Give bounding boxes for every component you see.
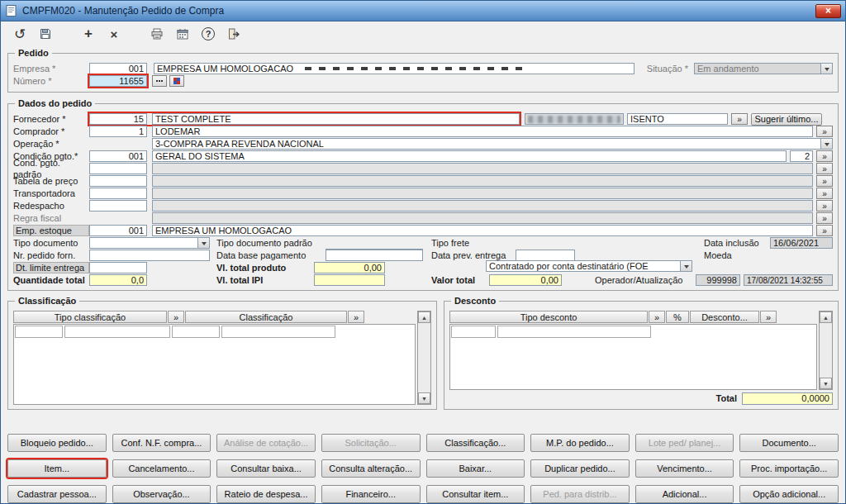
button-proc-importacao[interactable]: Proc. importação... <box>739 459 839 478</box>
exit-icon[interactable] <box>226 26 242 42</box>
lookup-button[interactable] <box>152 75 167 87</box>
classificacao-scrollbar[interactable]: ▲ ▼ <box>417 311 431 405</box>
empresa-name-field[interactable]: EMPRESA UM HOMOLOGACAO <box>154 63 634 74</box>
button-financeiro[interactable]: Financeiro... <box>321 485 421 503</box>
button-analise-cotacao: Análise de cotação... <box>216 434 316 452</box>
vl-total-ipi-field <box>314 274 385 286</box>
button-duplicar-pedido[interactable]: Duplicar pedido... <box>530 459 630 478</box>
operacao-combo[interactable]: 3-COMPRA PARA REVENDA NACIONAL <box>152 138 833 150</box>
classificacao-code-cell[interactable] <box>15 326 63 338</box>
tipo-documento-padrao-label: Tipo documento padrão <box>216 237 324 249</box>
operador-label: Operador/Atualização <box>595 274 692 286</box>
fornecedor-zoom-button[interactable]: » <box>731 113 748 125</box>
cond-pgto-padrao-row: Cond. pgto. padrão » <box>13 163 833 174</box>
button-cadastrar-pessoa[interactable]: Cadastrar pessoa... <box>7 485 107 503</box>
classificacao-code-cell[interactable] <box>172 326 220 338</box>
tabela-preco-name-field <box>152 175 813 187</box>
close-button[interactable]: × <box>815 4 841 18</box>
condicao-pgto-name-field[interactable]: GERAL DO SISTEMA <box>152 150 787 162</box>
help-icon[interactable]: ? <box>200 26 216 42</box>
condicao-pgto-code-field[interactable]: 001 <box>89 150 147 162</box>
condicao-pgto-parcelas-field[interactable]: 2 <box>790 150 813 162</box>
th-tipo-classificacao: Tipo classificação <box>13 311 167 323</box>
add-icon[interactable]: + <box>80 26 97 42</box>
th-classificacao: Classificação <box>185 311 347 323</box>
regra-fiscal-zoom-button[interactable]: » <box>816 212 833 224</box>
scroll-up-icon[interactable]: ▲ <box>418 311 430 323</box>
button-documento[interactable]: Documento... <box>739 434 839 452</box>
empresa-row: Empresa * 001 EMPRESA UM HOMOLOGACAO Sit… <box>13 63 833 74</box>
button-observacao[interactable]: Observação... <box>112 485 212 503</box>
sugerir-ultimo-button[interactable]: Sugerir último... <box>751 113 822 126</box>
condicao-pgto-zoom-button[interactable]: » <box>816 150 833 162</box>
button-item[interactable]: Item... <box>7 459 107 478</box>
desconto-desc-cell[interactable] <box>497 326 651 338</box>
button-consultar-item[interactable]: Consultar item... <box>426 485 525 503</box>
comprador-code-field[interactable]: 1 <box>89 126 147 137</box>
transportadora-code-field[interactable] <box>89 188 147 199</box>
undo-icon[interactable]: ↺ <box>12 26 28 42</box>
transportadora-zoom-button[interactable]: » <box>816 188 833 199</box>
nr-pedido-forn-field[interactable] <box>89 250 210 261</box>
button-baixar[interactable]: Baixar... <box>426 459 525 478</box>
dt-limite-entrega-field[interactable] <box>89 262 147 273</box>
comprador-zoom-button[interactable]: » <box>816 126 833 137</box>
data-base-pagamento-field[interactable] <box>326 250 423 261</box>
button-lote-ped-planej: Lote ped/ planej... <box>635 434 734 452</box>
button-adicional[interactable]: Adicional... <box>635 485 734 503</box>
data-prev-entrega-field[interactable] <box>516 250 575 261</box>
numero-label: Número * <box>13 75 89 87</box>
tipo-documento-combo[interactable] <box>89 237 210 249</box>
chevron-down-icon[interactable] <box>820 138 833 150</box>
button-mp-do-pedido[interactable]: M.P. do pedido... <box>530 434 630 452</box>
comprador-name-field[interactable]: LODEMAR <box>152 126 813 137</box>
scroll-down-icon[interactable]: ▼ <box>418 392 430 404</box>
cond-pgto-padrao-code-field[interactable] <box>89 163 147 174</box>
button-vencimento[interactable]: Vencimento... <box>635 459 734 478</box>
quantidade-total-field: 0,0 <box>89 274 147 286</box>
grid-icon <box>173 78 181 85</box>
scroll-down-icon[interactable]: ▼ <box>820 378 832 389</box>
condicao-pgto-row: Condição pgto.* 001 GERAL DO SISTEMA 2 » <box>13 150 833 162</box>
save-icon[interactable] <box>37 26 54 42</box>
numero-row: Número * 11655 <box>13 75 833 87</box>
fornecedor-code-field[interactable]: 15 <box>89 113 147 125</box>
button-rateio-despesa[interactable]: Rateio de despesa... <box>216 485 316 503</box>
data-prev-entrega-label: Data prev. entrega <box>431 250 507 261</box>
button-opcao-adicional[interactable]: Opção adicional... <box>739 485 839 503</box>
scroll-up-icon[interactable]: ▲ <box>820 311 832 323</box>
nr-pedido-forn-row: Nr. pedido forn. Data base pagamento Dat… <box>13 250 833 261</box>
delete-icon[interactable]: × <box>106 26 122 42</box>
button-consultar-baixa[interactable]: Consultar baixa... <box>216 459 316 478</box>
desconto-code-cell[interactable] <box>451 326 496 338</box>
chevron-down-icon[interactable] <box>197 237 210 249</box>
group-pedido: Pedido Empresa * 001 EMPRESA UM HOMOLOGA… <box>7 53 839 93</box>
classificacao-desc-cell[interactable] <box>64 326 170 338</box>
table-lookup-button[interactable] <box>169 75 184 87</box>
redacted-dashes <box>305 67 526 70</box>
cond-pgto-padrao-zoom-button[interactable]: » <box>816 163 833 174</box>
button-consulta-alteracao[interactable]: Consulta alteração... <box>321 459 421 478</box>
redespacho-code-field[interactable] <box>89 200 147 212</box>
desconto-header: Tipo desconto » % Desconto... » <box>449 311 817 323</box>
numero-field[interactable]: 11655 <box>89 75 147 87</box>
fornecedor-name-field[interactable]: TEST COMPLETE <box>152 113 520 125</box>
empresa-code-field[interactable]: 001 <box>89 63 147 74</box>
emp-estoque-zoom-button[interactable]: » <box>816 225 833 236</box>
button-cancelamento[interactable]: Cancelamento... <box>112 459 212 478</box>
redespacho-zoom-button[interactable]: » <box>816 200 833 212</box>
operacao-value: 3-COMPRA PARA REVENDA NACIONAL <box>155 139 324 149</box>
desconto-scrollbar[interactable]: ▲ ▼ <box>819 311 833 390</box>
button-conf-nf-compra[interactable]: Conf. N.F. compra... <box>112 434 212 452</box>
button-bloqueio-pedido[interactable]: Bloqueio pedido... <box>7 434 107 452</box>
fornecedor-tax-status-field[interactable]: ISENTO <box>627 113 728 125</box>
emp-estoque-name-field[interactable]: EMPRESA UM HOMOLOGACAO <box>152 225 813 236</box>
print-icon[interactable] <box>149 26 165 42</box>
tabela-preco-zoom-button[interactable]: » <box>816 175 833 187</box>
tabela-preco-code-field[interactable] <box>89 175 147 187</box>
button-classificacao[interactable]: Classificação... <box>426 434 525 452</box>
calendar-icon[interactable] <box>174 26 191 42</box>
fornecedor-label: Fornecedor * <box>13 113 89 125</box>
classificacao-desc-cell[interactable] <box>221 326 335 338</box>
emp-estoque-code-field[interactable]: 001 <box>89 225 147 236</box>
